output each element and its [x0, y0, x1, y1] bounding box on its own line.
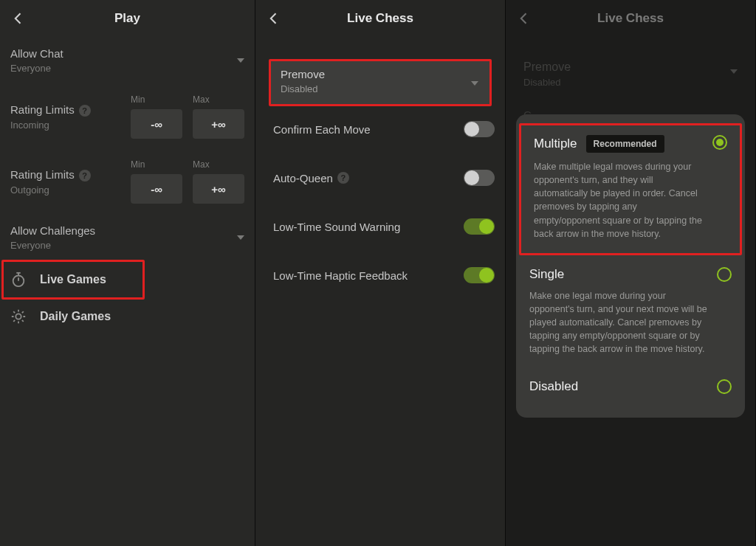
page-title: Live Chess — [255, 11, 505, 26]
svg-point-1 — [16, 314, 21, 319]
header: Live Chess — [255, 0, 505, 37]
confirm-move-row: Confirm Each Move — [255, 105, 505, 153]
chevron-down-icon — [730, 69, 738, 74]
help-icon[interactable]: ? — [79, 105, 91, 117]
max-label: Max — [193, 159, 244, 170]
premove-label: Premove — [281, 68, 480, 80]
max-stepper[interactable]: +∞ — [193, 174, 244, 204]
low-time-haptic-label: Low-Time Haptic Feedback — [273, 269, 408, 282]
live-games-nav[interactable]: Live Games — [3, 261, 143, 298]
min-stepper[interactable]: -∞ — [131, 174, 182, 204]
rating-limits-sub: Outgoing — [10, 184, 91, 196]
back-arrow-icon[interactable] — [266, 10, 282, 27]
radio-icon[interactable] — [717, 267, 732, 282]
premove-option-multiple[interactable]: Multiple Recommended Make multiple legal… — [520, 125, 740, 254]
header: Live Chess — [506, 0, 755, 37]
play-settings-panel: Play Allow Chat Everyone Rating Limits? … — [0, 0, 255, 546]
min-label: Min — [131, 94, 182, 105]
rating-limits-sub: Incoming — [10, 120, 91, 131]
allow-challenges-row[interactable]: Allow Challenges Everyone — [10, 214, 244, 261]
allow-challenges-value: Everyone — [10, 240, 95, 251]
recommended-badge: Recommended — [586, 135, 664, 153]
allow-chat-value: Everyone — [10, 63, 63, 74]
rating-limits-label: Rating Limits? — [10, 168, 91, 182]
premove-option-single[interactable]: Single Make one legal move during your o… — [516, 257, 745, 370]
premove-dropdown[interactable]: Premove Disabled — [270, 61, 490, 105]
premove-value: Disabled — [523, 77, 738, 88]
daily-games-nav[interactable]: Daily Games — [3, 298, 252, 335]
back-arrow-icon[interactable] — [516, 10, 532, 27]
min-label: Min — [131, 159, 182, 170]
premove-options-sheet: Multiple Recommended Make multiple legal… — [516, 114, 745, 418]
page-title: Live Chess — [506, 11, 755, 26]
live-chess-panel-dimmed: Live Chess Premove Disabled C A L L Mult… — [506, 0, 756, 546]
low-time-sound-row: Low-Time Sound Warning — [255, 202, 505, 251]
rating-limits-label: Rating Limits? — [10, 103, 91, 117]
option-title: Disabled — [529, 379, 578, 394]
help-icon[interactable]: ? — [79, 170, 91, 182]
daily-games-label: Daily Games — [40, 310, 111, 323]
back-arrow-icon[interactable] — [10, 10, 27, 27]
confirm-move-toggle[interactable] — [464, 121, 495, 137]
live-games-label: Live Games — [40, 273, 106, 286]
page-title: Play — [0, 11, 255, 26]
rating-limits-outgoing-row: Rating Limits? Outgoing Min -∞ Max +∞ — [10, 149, 244, 214]
auto-queen-row: Auto-Queen? — [255, 153, 505, 202]
premove-dropdown-dimmed: Premove Disabled — [506, 53, 755, 98]
low-time-haptic-toggle[interactable] — [464, 267, 495, 283]
confirm-move-label: Confirm Each Move — [273, 123, 371, 136]
help-icon[interactable]: ? — [337, 172, 349, 184]
auto-queen-label: Auto-Queen? — [273, 172, 349, 184]
live-chess-panel: Live Chess Premove Disabled Confirm Each… — [255, 0, 506, 546]
option-title: Single — [529, 267, 564, 282]
rating-limits-incoming-row: Rating Limits? Incoming Min -∞ Max +∞ — [10, 84, 244, 149]
header: Play — [0, 0, 255, 37]
max-label: Max — [193, 94, 244, 105]
sun-icon — [10, 308, 27, 325]
allow-challenges-label: Allow Challenges — [10, 224, 95, 237]
stopwatch-icon — [10, 272, 27, 288]
chevron-down-icon — [237, 235, 244, 240]
radio-selected-icon[interactable] — [712, 135, 727, 150]
allow-chat-row[interactable]: Allow Chat Everyone — [10, 37, 244, 84]
auto-queen-toggle[interactable] — [464, 170, 495, 186]
min-stepper[interactable]: -∞ — [131, 109, 182, 139]
premove-label: Premove — [523, 61, 738, 74]
max-stepper[interactable]: +∞ — [193, 109, 244, 139]
premove-value: Disabled — [281, 83, 480, 94]
low-time-sound-label: Low-Time Sound Warning — [273, 221, 400, 233]
allow-chat-label: Allow Chat — [10, 47, 63, 60]
chevron-down-icon — [237, 58, 244, 63]
chevron-down-icon — [471, 81, 478, 86]
low-time-sound-toggle[interactable] — [464, 218, 495, 235]
premove-option-disabled[interactable]: Disabled — [516, 369, 745, 407]
option-desc: Make one legal move during your opponent… — [529, 289, 732, 356]
option-title: Multiple — [534, 136, 577, 151]
low-time-haptic-row: Low-Time Haptic Feedback — [255, 251, 505, 300]
option-desc: Make multiple legal moves during your op… — [534, 160, 727, 241]
